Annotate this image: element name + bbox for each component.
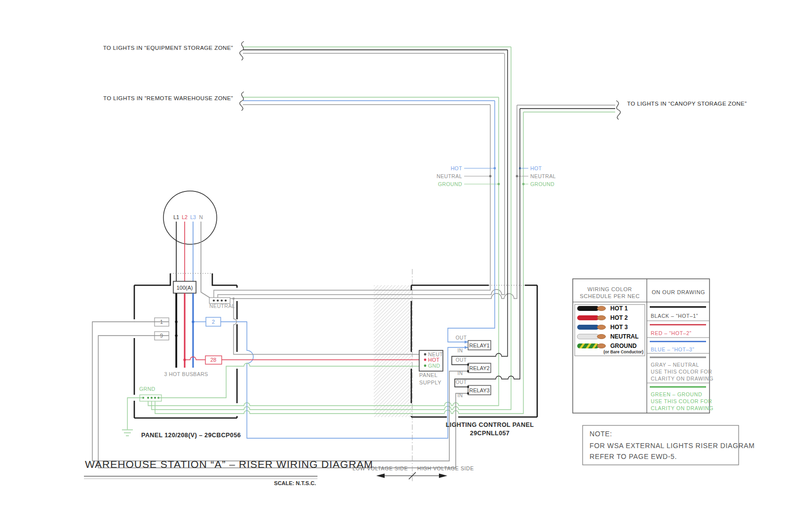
relay1-label: RELAY1 [469,342,489,348]
panel-supply-label-1: PANEL [419,372,437,378]
phase-l3-label: L3 [190,214,196,220]
right-arrow-icon [439,474,447,478]
canopy-tap-labels: HOT NEUTRAL GROUND [516,165,556,187]
phase-l1-label: L1 [173,214,179,220]
hot1-label: HOT 1 [610,305,628,312]
copper-tip-icon [597,325,606,329]
relay3-out-dot [467,386,469,388]
ground-riser-wires [148,47,523,414]
copper-tip-icon [597,334,606,339]
breaker-28-label: 28 [210,357,216,363]
copper-tip-icon [597,315,606,320]
relay1-out-label: OUT [456,335,467,341]
hot-tap-label: HOT [530,165,542,171]
junction-dot [233,298,235,300]
blue-hot-wires [221,101,495,438]
neutral-tap-label: NEUTRAL [530,173,556,179]
phase-n-label: N [199,214,203,220]
ground-tap-label: GROUND [438,181,462,187]
legend-row-gray-2: USE THIS COLOR FOR [651,369,712,375]
wire-break-icon [239,41,244,60]
remote-zone-wires [243,97,499,105]
hot3-wire-icon [577,325,599,330]
ground-electrode-icon [122,398,143,436]
legend-row-green-3: CLARITY ON DRAWING [651,405,713,411]
relay-out-in-labels: OUT IN OUT IN OUT IN [456,335,467,398]
note-title: NOTE: [590,430,612,438]
relay2-in-label: IN [458,371,463,376]
legend-row-green-1: GREEN – GROUND [651,391,702,397]
phase-l2-label: L2 [182,214,188,220]
scale-label: SCALE: N.T.S.C. [274,480,316,486]
hot3-label: HOT 3 [610,324,628,331]
busbar-tap-dot [175,320,177,323]
left-arrow-icon [376,474,385,478]
supply-gnd-dot [424,365,427,367]
relay3-in-label: IN [458,393,463,398]
high-voltage-label: HIGH VOLTAGE SIDE [417,465,474,471]
legend-row-gray-1: GRAY – NEUTRAL [651,362,699,368]
legend-row-blue: BLUE – “HOT–3” [651,346,694,352]
phase-labels: L1 L2 L3 N [173,214,203,220]
panel-b-label-1: LIGHTING CONTROL PANEL [446,421,534,428]
note-line-1: FOR WSA EXTERNAL LIGHTS RISER DIAGRAM [590,442,754,450]
main-breaker-label: 100(A) [176,285,193,291]
page-title: WAREHOUSE STATION “A” – RISER WIRING DIA… [85,458,373,470]
legend-row-green-2: USE THIS COLOR FOR [651,398,712,404]
neutral-bar-label: NEUTRAL [209,303,235,309]
relay2-label: RELAY2 [469,365,489,371]
note-line-2: REFER TO PAGE EWD-5. [590,453,677,460]
supply-hot-label: HOT [428,357,440,363]
legend-header-right: ON OUR DRAWING [652,289,705,295]
panel-b-label-2: 29CPNLL057 [470,430,510,437]
relay2-out-label: OUT [456,357,467,363]
supply-hot-dot [424,359,427,361]
canopy-zone-label: TO LIGHTS IN “CANOPY STORAGE ZONE” [627,101,747,107]
ground-bar-label: GRND [139,386,156,392]
supply-neut-dot [424,353,427,356]
relay3-in-dot [467,392,469,394]
title-block: WAREHOUSE STATION “A” – RISER WIRING DIA… [84,458,373,486]
relay2-out-dot [467,364,469,366]
hot2-wire-icon [577,315,599,320]
wire-break-icon [239,92,244,111]
busbar-tap-dot [175,334,177,337]
wire-break-icon [616,101,621,119]
relay2-in-dot [467,370,469,372]
relay-boxes: RELAY1 RELAY2 RELAY3 [468,341,491,395]
relay1-in-arrow-icon [465,346,468,349]
copper-tip-icon [597,343,606,348]
relay3-label: RELAY3 [469,387,489,393]
panel-a-label: PANEL 120/208(V) – 29CBCP056 [141,432,241,439]
note-box: NOTE: FOR WSA EXTERNAL LIGHTS RISER DIAG… [583,425,754,465]
wiring-color-legend: WIRING COLOR SCHEDULE PER NEC ON OUR DRA… [573,279,713,413]
neutral-riser-wires [214,53,517,301]
hot-tap-label: HOT [451,165,463,171]
busbar-tap-dot [183,358,186,361]
equipment-zone-label: TO LIGHTS IN “EQUIPMENT STORAGE ZONE” [103,45,233,51]
legend-row-red: RED – “HOT–2” [651,330,691,336]
legend-header-left-1: WIRING COLOR [588,286,632,292]
riser-wiring-diagram: TO LIGHTS IN “EQUIPMENT STORAGE ZONE” TO… [0,0,790,532]
hot-busbars [176,293,193,368]
busbars-label: 3 HOT BUSBARS [164,371,208,377]
breaker-28-stub [185,357,205,360]
ground-label: GROUND [610,342,637,349]
legend-row-gray-3: CLARITY ON DRAWING [651,376,713,381]
breaker-2-label: 2 [212,319,215,325]
panel-supply-label-2: SUPPLY [419,380,441,385]
hot1-wire-icon [577,306,599,311]
supply-gnd-label: GND [428,363,440,369]
remote-zone-label: TO LIGHTS IN “REMOTE WAREHOUSE ZONE” [103,95,233,101]
voltage-divider-hatch [374,285,412,417]
copper-tip-icon [597,306,606,310]
neutral-label: NEUTRAL [610,333,638,340]
ground-sub-label: (or Bare Conductor) [603,349,643,354]
relay1-in-label: IN [458,348,463,353]
neutral-wire-icon [577,334,599,339]
equipment-zone-wires [243,47,511,53]
ground-tap-label: GROUND [530,181,554,187]
legend-header-left-2: SCHEDULE PER NEC [580,293,639,299]
busbar-tap-dot [192,320,194,323]
hot2-label: HOT 2 [610,314,628,321]
